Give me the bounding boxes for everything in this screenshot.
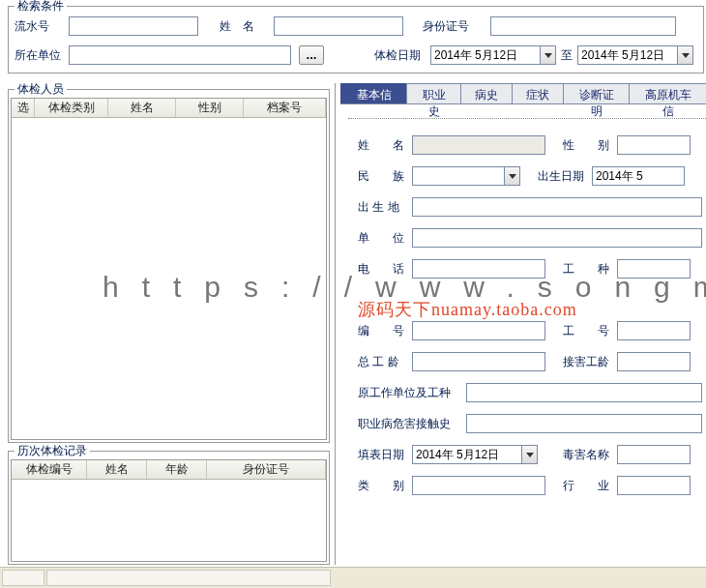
- form-prevorg-label: 原工作单位及工种: [358, 385, 466, 401]
- status-seg-1: [2, 570, 44, 586]
- status-seg-2: [46, 570, 331, 586]
- status-bar: [0, 567, 706, 588]
- form-industry-input[interactable]: [617, 476, 691, 495]
- form-org2-label: 单 位: [358, 230, 412, 247]
- form-name-label: 姓 名: [358, 137, 412, 154]
- form-phone-input[interactable]: [412, 259, 545, 279]
- tab-symptom[interactable]: 症状: [512, 83, 564, 104]
- form-ethnic-input[interactable]: [412, 166, 505, 186]
- roster-grid-header: 选 体检类别 姓名 性别 档案号: [12, 99, 326, 118]
- history-group: 历次体检记录 体检编号 姓名 年龄 身份证号: [8, 451, 330, 565]
- org-input[interactable]: [69, 45, 291, 65]
- tab-high[interactable]: 高原机车信: [629, 83, 706, 104]
- history-col-age[interactable]: 年龄: [147, 460, 207, 479]
- date-to-picker[interactable]: [577, 45, 693, 65]
- history-grid-header: 体检编号 姓名 年龄 身份证号: [12, 460, 326, 480]
- history-grid-body[interactable]: [12, 480, 326, 559]
- form-hazard-label: 职业病危害接触史: [358, 416, 466, 432]
- form-birth-label: 出生日期: [538, 168, 592, 185]
- form-toxic-input[interactable]: [617, 445, 691, 464]
- history-col-id[interactable]: 身份证号: [207, 460, 326, 479]
- history-group-label: 历次体检记录: [15, 443, 90, 459]
- history-col-name[interactable]: 姓名: [87, 460, 147, 479]
- chevron-down-icon: [526, 453, 534, 457]
- form-ethnic-combo[interactable]: [412, 166, 520, 186]
- form-birthplace-label: 出 生 地: [358, 199, 412, 216]
- org-label: 所在单位: [15, 47, 69, 64]
- chevron-down-icon: [544, 53, 552, 58]
- date-to-dropdown-button[interactable]: [678, 45, 693, 65]
- form-birth-input[interactable]: [592, 166, 685, 186]
- form-org2-input[interactable]: [412, 228, 702, 248]
- serial-input[interactable]: [69, 16, 198, 36]
- search-group-label: 检索条件: [15, 0, 67, 15]
- chevron-down-icon: [682, 53, 690, 58]
- name-input[interactable]: [274, 16, 403, 36]
- form-filldate-picker[interactable]: [412, 445, 538, 464]
- form-code-label: 编 号: [358, 323, 412, 339]
- dotted-divider: [348, 118, 706, 119]
- form-sex-input[interactable]: [617, 135, 691, 155]
- form-hazard-input[interactable]: [466, 414, 702, 433]
- tab-illness[interactable]: 病史: [460, 83, 513, 104]
- serial-label: 流水号: [15, 18, 69, 35]
- id-label: 身份证号: [423, 18, 490, 35]
- date-to-input[interactable]: [577, 45, 678, 65]
- form-jobtype-label: 工 种: [563, 261, 617, 278]
- date-from-input[interactable]: [430, 45, 541, 65]
- form-industry-label: 行 业: [563, 478, 617, 494]
- form-ethnic-label: 民 族: [358, 168, 412, 185]
- form-exposureage-input[interactable]: [617, 352, 691, 371]
- roster-col-sex[interactable]: 性别: [176, 99, 244, 117]
- history-col-no[interactable]: 体检编号: [12, 460, 87, 479]
- form-filldate-label: 填表日期: [358, 447, 412, 463]
- roster-group: 体检人员 选 体检类别 姓名 性别 档案号: [8, 89, 330, 443]
- tab-basic[interactable]: 基本信息: [340, 83, 407, 104]
- form-birthplace-input[interactable]: [412, 197, 702, 217]
- form-filldate-dropdown-button[interactable]: [522, 445, 538, 464]
- tab-diag[interactable]: 诊断证明: [563, 83, 630, 104]
- form-totalage-input[interactable]: [412, 352, 545, 371]
- date-from-picker[interactable]: [430, 45, 556, 65]
- form-jobtype-input[interactable]: [617, 259, 691, 279]
- roster-col-select[interactable]: 选: [12, 99, 35, 117]
- roster-col-file[interactable]: 档案号: [244, 99, 326, 117]
- watermark-shop: 源码天下nuamay.taoba.com: [358, 298, 577, 321]
- roster-group-label: 体检人员: [15, 81, 67, 98]
- form-toxic-label: 毒害名称: [563, 447, 617, 463]
- form-birth-picker[interactable]: [592, 166, 685, 186]
- tab-underline: [340, 103, 706, 104]
- roster-col-name[interactable]: 姓名: [108, 99, 176, 117]
- exam-date-label: 体检日期: [374, 47, 430, 64]
- search-group: 检索条件 流水号 姓 名 身份证号 所在单位 ... 体检日期 至: [8, 6, 704, 74]
- form-workno-label: 工 号: [563, 323, 617, 339]
- form-phone-label: 电 话: [358, 261, 412, 278]
- form-sex-label: 性 别: [563, 137, 617, 154]
- form-name-input[interactable]: [412, 135, 545, 155]
- name-label: 姓 名: [220, 18, 274, 35]
- form-ethnic-dropdown-button[interactable]: [505, 166, 520, 186]
- date-to-label: 至: [556, 47, 577, 64]
- form-workno-input[interactable]: [617, 321, 691, 340]
- org-browse-button[interactable]: ...: [299, 45, 324, 65]
- id-input[interactable]: [490, 16, 676, 36]
- vertical-divider: [335, 83, 336, 565]
- roster-grid-body[interactable]: [12, 118, 326, 437]
- date-from-dropdown-button[interactable]: [541, 45, 556, 65]
- chevron-down-icon: [509, 174, 516, 179]
- roster-col-type[interactable]: 体检类别: [35, 99, 108, 117]
- form-category-label: 类 别: [358, 478, 412, 494]
- form-prevorg-input[interactable]: [466, 383, 702, 402]
- tab-job[interactable]: 职业史: [406, 83, 461, 104]
- form-totalage-label: 总 工 龄: [358, 354, 412, 370]
- form-code-input[interactable]: [412, 321, 545, 340]
- form-category-input[interactable]: [412, 476, 545, 495]
- form-filldate-input[interactable]: [412, 445, 522, 464]
- form-exposureage-label: 接害工龄: [563, 354, 617, 370]
